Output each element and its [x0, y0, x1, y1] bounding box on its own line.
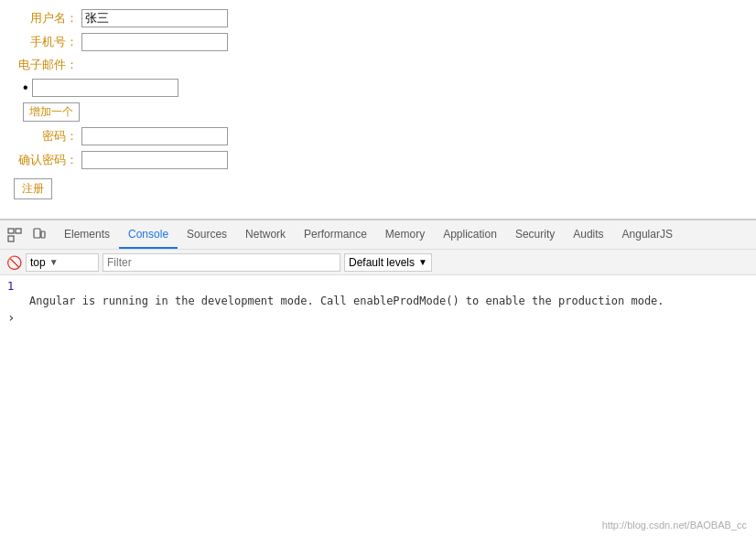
console-filter-input[interactable]: [103, 253, 340, 272]
tab-security[interactable]: Security: [506, 220, 564, 249]
tab-audits[interactable]: Audits: [564, 220, 612, 249]
watermark: http://blog.csdn.net/BAOBAB_cc: [602, 520, 747, 531]
console-prompt[interactable]: ›: [0, 308, 756, 327]
device-toggle-icon[interactable]: [27, 224, 49, 246]
username-label: 用户名：: [14, 10, 78, 27]
page-content: 用户名： 手机号： 电子邮件： • 增加一个 密码： 确认密码： 注册: [0, 0, 756, 220]
default-levels-arrow-icon: ▼: [418, 257, 427, 267]
svg-rect-4: [41, 231, 45, 238]
register-row: 注册: [14, 175, 742, 199]
email-header-row: 电子邮件：: [14, 57, 742, 73]
tab-network[interactable]: Network: [236, 220, 295, 249]
console-context-select[interactable]: top ▼: [26, 253, 99, 272]
confirm-password-label: 确认密码：: [14, 152, 78, 168]
username-input[interactable]: [81, 9, 228, 27]
register-button[interactable]: 注册: [14, 178, 52, 199]
add-button-row: 增加一个: [14, 102, 742, 127]
default-levels-label: Default levels: [349, 256, 415, 269]
no-entry-icon[interactable]: 🚫: [5, 254, 22, 271]
password-label: 密码：: [14, 128, 78, 145]
context-arrow-icon: ▼: [49, 257, 59, 267]
phone-row: 手机号：: [14, 33, 742, 51]
bullet-icon: •: [23, 80, 28, 96]
svg-rect-3: [34, 229, 40, 238]
svg-rect-2: [8, 236, 14, 241]
tab-application[interactable]: Application: [434, 220, 506, 249]
svg-rect-0: [8, 229, 14, 233]
email-section: 电子邮件： •: [14, 57, 742, 97]
username-row: 用户名：: [14, 9, 742, 27]
confirm-password-input[interactable]: [81, 151, 228, 169]
email-label: 电子邮件：: [14, 57, 78, 73]
email-list-item: •: [23, 79, 742, 97]
console-line-2: Angular is running in the development mo…: [0, 294, 756, 308]
confirm-password-row: 确认密码：: [14, 151, 742, 169]
context-value: top: [30, 256, 46, 269]
console-line-1: 1: [0, 279, 756, 294]
add-email-button[interactable]: 增加一个: [23, 102, 80, 122]
email-input[interactable]: [32, 79, 178, 97]
tab-angularjs[interactable]: AngularJS: [613, 220, 682, 249]
devtools-tabs: Elements Console Sources Network Perform…: [55, 220, 682, 249]
tab-memory[interactable]: Memory: [376, 220, 434, 249]
line-number-1: 1: [7, 280, 29, 293]
tab-console[interactable]: Console: [119, 220, 178, 249]
tab-sources[interactable]: Sources: [178, 220, 236, 249]
tab-performance[interactable]: Performance: [295, 220, 376, 249]
svg-rect-1: [16, 229, 21, 233]
tab-elements[interactable]: Elements: [55, 220, 119, 249]
line-text-2: Angular is running in the development mo…: [29, 295, 664, 307]
default-levels-select[interactable]: Default levels ▼: [344, 253, 432, 272]
console-caret-icon: ›: [7, 310, 15, 325]
console-output: 1 Angular is running in the development …: [0, 275, 756, 536]
devtools-panel: Elements Console Sources Network Perform…: [0, 220, 756, 536]
devtools-topbar: Elements Console Sources Network Perform…: [0, 220, 756, 250]
inspect-icon[interactable]: [4, 224, 26, 246]
console-toolbar: 🚫 top ▼ Default levels ▼: [0, 250, 756, 275]
phone-input[interactable]: [81, 33, 228, 51]
password-row: 密码：: [14, 127, 742, 145]
password-input[interactable]: [81, 127, 228, 145]
phone-label: 手机号：: [14, 34, 78, 50]
